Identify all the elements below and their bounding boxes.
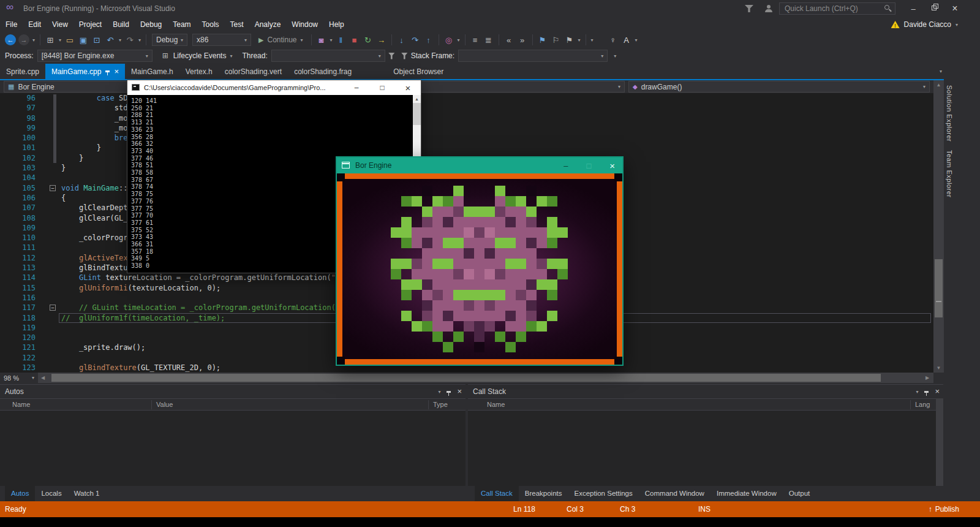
stop-debugging-button[interactable]: ■	[348, 33, 361, 47]
pin-icon[interactable]	[924, 391, 929, 393]
column-header-lang[interactable]: Lang	[915, 399, 930, 410]
side-tab-solution-explorer[interactable]: Solution Explorer	[946, 85, 953, 142]
indent-icon[interactable]: »	[516, 33, 529, 47]
show-next-statement-icon[interactable]: →	[375, 33, 388, 47]
scroll-left-arrow[interactable]: ◀	[38, 375, 48, 381]
text-size-icon[interactable]: A	[620, 33, 633, 47]
step-out-icon[interactable]: ↑	[422, 33, 435, 47]
menu-item-file[interactable]: File	[0, 17, 23, 32]
scrollbar-thumb[interactable]	[935, 259, 943, 317]
prev-bookmark-icon[interactable]: ⚐	[549, 33, 563, 47]
document-list-caret[interactable]	[940, 69, 942, 74]
flagged-threads-filter-icon[interactable]	[401, 53, 408, 59]
menu-item-view[interactable]: View	[47, 17, 74, 32]
parallel-stacks-icon[interactable]: ≣	[482, 33, 496, 47]
editor-vertical-scrollbar[interactable]: ▲ ▼	[933, 80, 944, 373]
menu-item-build[interactable]: Build	[107, 17, 135, 32]
call-stack-panel-header[interactable]: Call Stack ×	[468, 385, 943, 398]
lifecycle-events-label[interactable]: Lifecycle Events	[173, 51, 227, 60]
close-icon[interactable]: ×	[935, 389, 940, 395]
tab-maingame-cpp[interactable]: MainGame.cpp×	[45, 64, 125, 79]
diagnostic-tools-caret[interactable]: ▾	[456, 37, 462, 43]
scrollbar-thumb[interactable]	[413, 103, 421, 125]
navigate-window-caret[interactable]: ▾	[57, 37, 63, 43]
intellitrace-caret[interactable]: ▾	[328, 37, 334, 43]
tab-call-stack[interactable]: Call Stack	[475, 486, 519, 501]
tab-locals[interactable]: Locals	[35, 486, 67, 501]
restart-button[interactable]: ↻	[361, 33, 375, 47]
menu-item-edit[interactable]: Edit	[23, 17, 47, 32]
tab-autos[interactable]: Autos	[5, 486, 35, 501]
text-size-caret[interactable]: ▾	[633, 37, 639, 43]
column-header-value[interactable]: Value	[156, 399, 173, 410]
thread-filter-icon[interactable]	[388, 53, 395, 59]
scroll-right-arrow[interactable]: ▶	[922, 375, 932, 381]
minimize-button[interactable]	[344, 80, 369, 95]
zoom-combo[interactable]: 98 %	[0, 373, 38, 383]
method-scope-combo[interactable]: drawGame()	[628, 81, 930, 93]
redo-caret[interactable]: ▾	[137, 37, 143, 43]
stack-frame-combo[interactable]	[458, 50, 608, 62]
intellitrace-icon[interactable]: ◙	[315, 33, 328, 47]
menu-item-help[interactable]: Help	[323, 17, 350, 32]
maximize-button[interactable]	[586, 161, 591, 170]
menu-item-window[interactable]: Window	[286, 17, 323, 32]
console-title-bar[interactable]: C:\Users\ciaccodavide\Documents\GameProg…	[127, 80, 421, 95]
save-icon[interactable]: ▣	[77, 33, 90, 47]
fold-toggle[interactable]: −	[50, 185, 56, 191]
break-all-button[interactable]: ‖	[334, 33, 348, 47]
close-button[interactable]	[609, 161, 615, 171]
next-bookmark-icon[interactable]: ⚑	[563, 33, 576, 47]
process-combo[interactable]: [8448] Bor Engine.exe	[37, 50, 153, 62]
tab-vertex-h[interactable]: Vertex.h	[179, 64, 219, 79]
bookmark-caret[interactable]: ▾	[576, 37, 582, 43]
scrollbar-thumb[interactable]	[51, 374, 881, 382]
menu-item-tools[interactable]: Tools	[197, 17, 225, 32]
autos-panel-header[interactable]: Autos ×	[0, 385, 466, 398]
menu-item-project[interactable]: Project	[74, 17, 107, 32]
side-tab-team-explorer[interactable]: Team Explorer	[946, 150, 953, 197]
outdent-icon[interactable]: «	[502, 33, 516, 47]
window-position-caret[interactable]	[916, 389, 918, 395]
scroll-down-arrow[interactable]: ▼	[933, 363, 944, 373]
game-window[interactable]: Bor Engine	[336, 156, 624, 366]
chevron-down-icon[interactable]	[230, 53, 232, 59]
thread-combo[interactable]	[271, 50, 385, 62]
solution-configuration-combo[interactable]: Debug	[152, 34, 187, 46]
autos-body[interactable]	[0, 411, 466, 486]
pin-icon[interactable]	[105, 70, 110, 72]
column-header-type[interactable]: Type	[433, 399, 448, 410]
tab-immediate-window[interactable]: Immediate Window	[710, 486, 783, 501]
continue-button[interactable]: ▶Continue	[254, 36, 308, 44]
tab-sprite-cpp[interactable]: Sprite.cpp	[0, 64, 45, 79]
tab-command-window[interactable]: Command Window	[639, 486, 710, 501]
column-header-name[interactable]: Name	[12, 399, 30, 410]
nav-history-caret[interactable]: ▾	[31, 37, 37, 43]
undo-button[interactable]: ↶	[104, 33, 117, 47]
undo-caret[interactable]: ▾	[117, 37, 123, 43]
quick-launch-input[interactable]	[779, 2, 895, 15]
tab-exception-settings[interactable]: Exception Settings	[568, 486, 639, 501]
diagnostic-tools-icon[interactable]: ◎	[442, 33, 456, 47]
scroll-up-arrow[interactable]: ▲	[933, 80, 944, 89]
tab-maingame-h[interactable]: MainGame.h	[125, 64, 179, 79]
step-into-icon[interactable]: ↓	[395, 33, 409, 47]
publish-button[interactable]: Publish	[929, 501, 959, 517]
tab-breakpoints[interactable]: Breakpoints	[519, 486, 568, 501]
menu-item-test[interactable]: Test	[225, 17, 249, 32]
menu-item-debug[interactable]: Debug	[135, 17, 167, 32]
tab-output[interactable]: Output	[783, 486, 816, 501]
redo-button[interactable]: ↷	[123, 33, 137, 47]
show-threads-icon[interactable]: ≡	[469, 33, 482, 47]
nav-forward-button[interactable]: →	[18, 34, 29, 45]
minimize-button[interactable]	[903, 0, 924, 17]
restore-button[interactable]	[924, 0, 944, 17]
tab-watch-1[interactable]: Watch 1	[68, 486, 106, 501]
call-stack-scrollbar[interactable]	[936, 398, 943, 486]
feedback-person-icon[interactable]	[764, 5, 773, 12]
navigate-window-icon[interactable]: ⊞	[43, 33, 57, 47]
step-over-icon[interactable]: ↷	[409, 33, 422, 47]
close-button[interactable]	[944, 0, 965, 17]
tab-colorshading-vert[interactable]: colorShading.vert	[219, 64, 288, 79]
save-all-icon[interactable]: ⊡	[90, 33, 104, 47]
